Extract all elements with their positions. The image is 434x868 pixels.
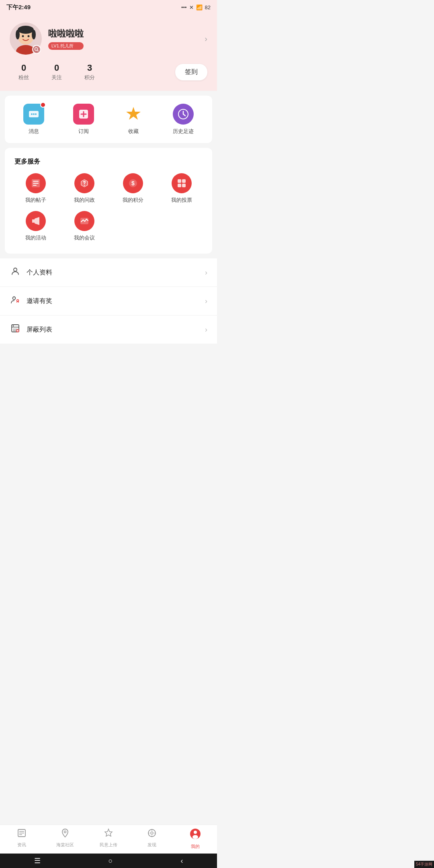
blocklist-menu-chevron: › [205, 326, 207, 334]
signal-dots: ••• [181, 4, 187, 10]
avatar[interactable] [10, 23, 42, 55]
profile-info: 啦啦啦啦 LV1.托儿所 [48, 28, 84, 50]
my-questions-icon [74, 173, 94, 193]
svg-point-7 [28, 35, 30, 37]
invite-menu-chevron: › [205, 297, 207, 305]
svg-marker-34 [32, 219, 35, 223]
my-votes-icon [172, 173, 192, 193]
fans-label: 粉丝 [18, 74, 29, 81]
battery-icon: 82 [205, 4, 211, 10]
profile-chevron[interactable]: › [205, 34, 207, 43]
action-subscribe[interactable]: 订阅 [68, 104, 100, 135]
points-label: 积分 [84, 74, 95, 81]
svg-point-42 [13, 326, 14, 327]
stats-row: 0 粉丝 0 关注 3 积分 签到 [10, 63, 207, 81]
service-my-points[interactable]: $ 我的积分 [110, 173, 156, 204]
my-questions-label: 我的问政 [74, 197, 95, 204]
svg-rect-31 [182, 179, 186, 183]
service-my-questions[interactable]: 我的问政 [61, 173, 107, 204]
services-title: 更多服务 [13, 158, 204, 166]
stat-points[interactable]: 3 积分 [76, 63, 104, 81]
service-my-meetings[interactable]: 我的会议 [61, 211, 107, 242]
svg-point-38 [13, 297, 16, 300]
my-activities-icon [26, 211, 46, 231]
svg-rect-32 [178, 184, 181, 187]
menu-invite[interactable]: 邀请有奖 › [0, 287, 217, 315]
username: 啦啦啦啦 [48, 28, 84, 40]
status-bar: 下午2:49 ••• ✕ 📶 82 [0, 0, 217, 14]
blocklist-menu-label: 屏蔽列表 [27, 326, 205, 334]
services-grid: 我的帖子 我的问政 [13, 173, 204, 242]
points-count: 3 [87, 63, 92, 73]
profile-menu-chevron: › [205, 268, 207, 277]
subscribe-icon-wrap [73, 104, 94, 125]
collect-icon [123, 104, 144, 125]
search-icon [34, 47, 39, 52]
svg-line-9 [37, 50, 39, 51]
avatar-search-badge [32, 45, 41, 54]
action-collect[interactable]: 收藏 [117, 104, 149, 135]
svg-point-27 [84, 185, 84, 186]
wifi-icon: 📶 [196, 4, 203, 10]
service-my-votes[interactable]: 我的投票 [159, 173, 204, 204]
history-label: 历史足迹 [173, 128, 194, 135]
history-icon [178, 108, 189, 120]
svg-point-13 [35, 113, 37, 115]
svg-line-20 [183, 114, 185, 116]
following-count: 0 [54, 63, 59, 73]
action-history[interactable]: 历史足迹 [167, 104, 199, 135]
my-votes-label: 我的投票 [171, 197, 192, 204]
collect-label: 收藏 [128, 128, 139, 135]
history-icon-wrap [173, 104, 194, 125]
status-icons: ••• ✕ 📶 82 [181, 4, 211, 10]
svg-point-6 [22, 35, 24, 37]
svg-point-12 [33, 113, 35, 115]
my-points-icon: $ [123, 173, 143, 193]
action-message[interactable]: 消息 [18, 104, 50, 135]
svg-point-11 [31, 113, 33, 115]
stat-following[interactable]: 0 关注 [43, 63, 71, 81]
profile-left: 啦啦啦啦 LV1.托儿所 [10, 23, 84, 55]
subscribe-label: 订阅 [78, 128, 89, 135]
svg-marker-17 [126, 107, 141, 120]
svg-rect-33 [182, 184, 186, 187]
quick-actions: 消息 订阅 收藏 [9, 104, 208, 135]
my-meetings-label: 我的会议 [74, 234, 95, 242]
svg-point-3 [18, 26, 34, 34]
profile-section: 啦啦啦啦 LV1.托儿所 › 0 粉丝 0 关注 3 积分 签到 [0, 14, 217, 91]
message-icon [28, 110, 39, 119]
close-icon: ✕ [189, 4, 194, 10]
menu-profile[interactable]: 个人资料 › [0, 258, 217, 287]
message-icon-wrap [23, 104, 44, 125]
menu-blocklist[interactable]: 屏蔽列表 › [0, 315, 217, 344]
quick-actions-card: 消息 订阅 收藏 [5, 96, 212, 143]
svg-point-37 [14, 268, 17, 271]
svg-point-8 [35, 48, 38, 51]
service-my-posts[interactable]: 我的帖子 [13, 173, 58, 204]
service-my-activities[interactable]: 我的活动 [13, 211, 58, 242]
my-posts-icon [26, 173, 46, 193]
svg-marker-35 [35, 217, 39, 225]
message-badge [40, 102, 46, 108]
my-posts-label: 我的帖子 [25, 197, 46, 204]
svg-point-5 [32, 30, 36, 39]
stat-fans[interactable]: 0 粉丝 [10, 63, 38, 81]
subscribe-icon [78, 108, 89, 120]
level-badge: LV1.托儿所 [48, 42, 84, 50]
checkin-button[interactable]: 签到 [175, 64, 207, 80]
profile-icon [10, 266, 21, 278]
svg-rect-30 [178, 179, 181, 183]
svg-text:$: $ [131, 180, 135, 186]
invite-menu-label: 邀请有奖 [27, 297, 205, 305]
menu-list: 个人资料 › 邀请有奖 › [0, 258, 217, 344]
collect-icon-wrap [123, 104, 144, 125]
fans-count: 0 [21, 63, 26, 73]
my-points-label: 我的积分 [123, 197, 143, 204]
svg-point-4 [16, 30, 20, 39]
status-time: 下午2:49 [6, 4, 31, 11]
services-section: 更多服务 我的帖子 [9, 156, 208, 246]
message-label: 消息 [29, 128, 39, 135]
my-activities-label: 我的活动 [25, 234, 46, 242]
more-services-card: 更多服务 我的帖子 [5, 148, 212, 254]
profile-menu-label: 个人资料 [27, 268, 205, 277]
